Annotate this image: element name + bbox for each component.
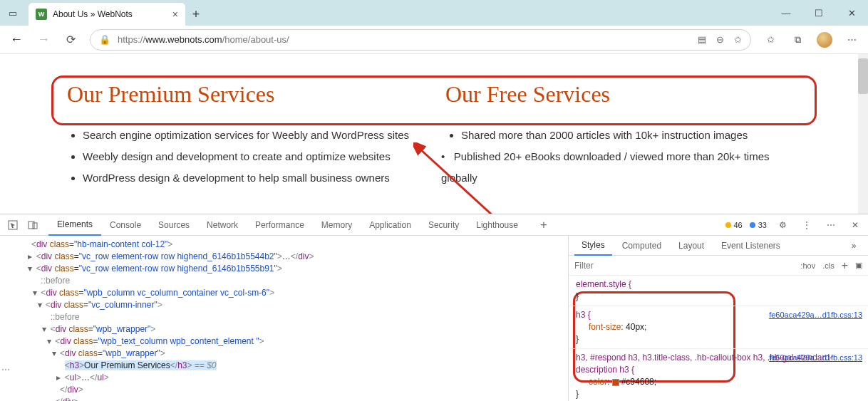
devtools-panel: Elements Console Sources Network Perform… xyxy=(0,214,868,401)
dom-line[interactable]: <div class="hb-main-content col-12"> xyxy=(17,239,568,251)
devtools-more-icon[interactable]: ⋯ xyxy=(822,217,839,234)
stylesheet-link[interactable]: fe60aca429a…d1fb.css:13 xyxy=(769,352,862,364)
styles-tab-styles[interactable]: Styles xyxy=(574,236,612,256)
reload-button[interactable]: ⟳ xyxy=(58,28,83,52)
dom-line[interactable]: ▸ <ul>…</ul> xyxy=(17,372,568,384)
dom-line[interactable]: ▾ <div class="wpb_text_column wpb_conten… xyxy=(17,335,568,348)
device-icon[interactable] xyxy=(24,217,41,234)
maximize-icon[interactable]: ☐ xyxy=(802,0,835,26)
devtools-tab-memory[interactable]: Memory xyxy=(313,214,361,236)
zoom-icon[interactable]: ⊖ xyxy=(716,34,724,45)
messages-badge[interactable]: 33 xyxy=(750,221,767,229)
rule-h3-fontsize: fe60aca429a…d1fb.css:13 h3 { font-size: … xyxy=(569,306,868,349)
color-swatch-icon[interactable] xyxy=(612,379,619,386)
dom-line[interactable]: </div> xyxy=(17,396,568,401)
new-rule-icon[interactable]: + xyxy=(842,259,848,272)
dom-line[interactable]: ▾ <div class="vc_column-inner"> xyxy=(17,299,568,311)
devtools-close-icon[interactable]: ✕ xyxy=(847,217,864,234)
inspect-icon[interactable] xyxy=(4,217,21,234)
devtools-tab-application[interactable]: Application xyxy=(361,214,420,236)
url-text: https://www.webnots.com/home/about-us/ xyxy=(118,34,691,45)
list-item: • Published 20+ eBooks downloaded / view… xyxy=(441,146,805,189)
cls-toggle[interactable]: .cls xyxy=(822,261,835,270)
left-column: Our Premium Services Search engine optim… xyxy=(63,81,427,189)
styles-filter-input[interactable] xyxy=(574,261,793,271)
rule-element-style: element.style { } xyxy=(569,276,868,306)
minimize-icon[interactable]: — xyxy=(770,0,802,26)
devtools-tab-security[interactable]: Security xyxy=(420,214,467,236)
styles-tab-events[interactable]: Event Listeners xyxy=(714,236,787,256)
css-rules[interactable]: element.style { } fe60aca429a…d1fb.css:1… xyxy=(569,276,868,401)
devtools-tab-network[interactable]: Network xyxy=(198,214,247,236)
styles-more-tabs-icon[interactable]: » xyxy=(845,237,862,254)
reader-icon[interactable]: ▤ xyxy=(698,34,706,45)
address-bar[interactable]: 🔒 https://www.webnots.com/home/about-us/… xyxy=(90,29,751,51)
gear-icon[interactable]: ⚙ xyxy=(774,217,791,234)
left-heading: Our Premium Services xyxy=(63,81,427,108)
svg-rect-3 xyxy=(33,223,37,229)
lock-icon: 🔒 xyxy=(99,34,110,45)
list-item: Shared more than 2000 articles with 10k+… xyxy=(461,125,805,146)
right-list: Shared more than 2000 articles with 10k+… xyxy=(441,125,805,146)
dom-line[interactable]: ▾ <div class="wpb_wrapper"> xyxy=(17,323,568,335)
devtools-tab-lighthouse[interactable]: Lighthouse xyxy=(467,214,527,236)
styles-menu-icon[interactable]: ▣ xyxy=(855,261,862,270)
dom-line[interactable]: ▾ <div class="vc_row element-row row hig… xyxy=(17,263,568,275)
more-icon[interactable]: ⋯ xyxy=(839,28,864,52)
devtools-tab-performance[interactable]: Performance xyxy=(247,214,313,236)
styles-panel: Styles Computed Layout Event Listeners »… xyxy=(569,236,868,401)
right-heading: Our Free Services xyxy=(441,81,805,108)
devtools-tab-sources[interactable]: Sources xyxy=(150,214,198,236)
devtools-tab-elements[interactable]: Elements xyxy=(48,214,101,236)
stylesheet-link[interactable]: fe60aca429a…d1fb.css:13 xyxy=(769,309,862,321)
collections-icon[interactable]: ⧉ xyxy=(785,28,810,52)
styles-tab-layout[interactable]: Layout xyxy=(671,236,711,256)
browser-toolbar: ← → ⟳ 🔒 https://www.webnots.com/home/abo… xyxy=(0,26,868,54)
browser-tab[interactable]: W About Us » WebNots × xyxy=(29,3,185,26)
tab-title: About Us » WebNots xyxy=(53,9,167,19)
close-tab-icon[interactable]: × xyxy=(172,9,178,20)
browser-titlebar: ▭ W About Us » WebNots × + — ☐ ✕ xyxy=(0,0,868,26)
page-content: Our Premium Services Search engine optim… xyxy=(0,54,868,189)
dom-line[interactable]: </div> xyxy=(17,384,568,396)
profile-avatar[interactable] xyxy=(812,28,837,52)
dom-line[interactable]: ::before xyxy=(17,311,568,323)
dom-line[interactable]: <h3>Our Premium Services</h3> == $0 xyxy=(17,360,568,372)
forward-button[interactable]: → xyxy=(31,28,56,52)
new-tab-button[interactable]: + xyxy=(185,3,207,26)
overflow-dots-icon: ⋯ xyxy=(1,364,9,376)
tab-actions-icon[interactable]: ▭ xyxy=(0,0,26,26)
devtools-tab-console[interactable]: Console xyxy=(101,214,150,236)
hov-toggle[interactable]: :hov xyxy=(800,261,815,270)
devtools-tabs: Elements Console Sources Network Perform… xyxy=(0,214,868,236)
list-item: WordPress design & development to help s… xyxy=(83,167,427,189)
styles-tab-computed[interactable]: Computed xyxy=(615,236,668,256)
list-item: Search engine optimization services for … xyxy=(83,125,427,146)
warnings-badge[interactable]: 46 xyxy=(725,221,743,229)
favorites-icon[interactable]: ✩ xyxy=(758,28,782,52)
dom-line[interactable]: ▾ <div class="wpb_wrapper"> xyxy=(17,348,568,360)
close-window-icon[interactable]: ✕ xyxy=(835,0,868,26)
right-column: Our Free Services Shared more than 2000 … xyxy=(441,81,805,189)
dom-tree[interactable]: ⋯ <div class="hb-main-content col-12"> ▸… xyxy=(0,236,569,401)
back-button[interactable]: ← xyxy=(4,28,29,52)
list-item: Weebly design and development to create … xyxy=(83,146,427,167)
devtools-add-tab-icon[interactable]: + xyxy=(535,217,552,234)
dom-line[interactable]: ▾ <div class="wpb_column vc_column_conta… xyxy=(17,287,568,299)
rule-h3-color: fe60aca429a…d1fb.css:13 h3, #respond h3,… xyxy=(569,349,868,401)
favicon-icon: W xyxy=(36,9,47,20)
star-icon[interactable]: ✩ xyxy=(734,34,742,45)
dom-line[interactable]: ::before xyxy=(17,275,568,287)
left-list: Search engine optimization services for … xyxy=(63,125,427,189)
devtools-menu-icon[interactable]: ⋮ xyxy=(798,217,815,234)
dom-line[interactable]: ▸ <div class="vc_row element-row row hig… xyxy=(17,251,568,263)
